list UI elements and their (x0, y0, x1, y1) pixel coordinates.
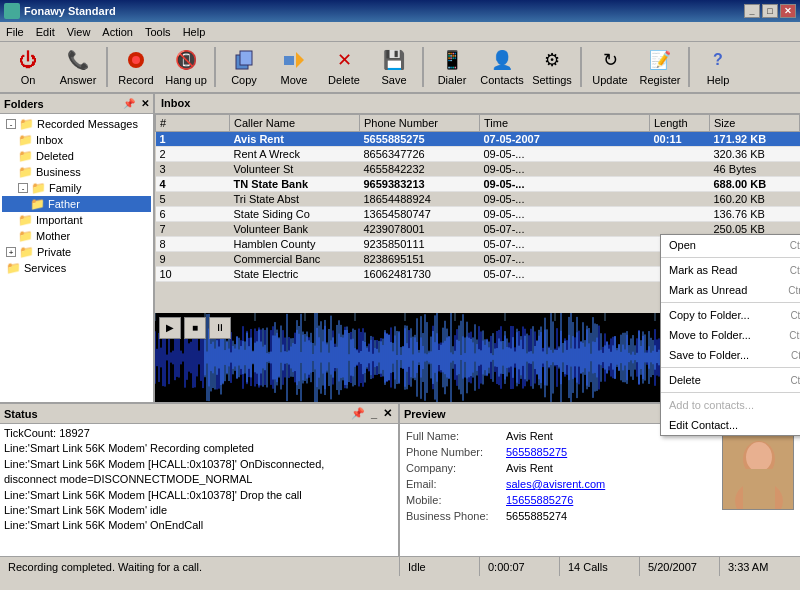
btn-answer-label: Answer (60, 74, 97, 86)
menu-action[interactable]: Action (96, 24, 139, 40)
ctx-edit-contact[interactable]: Edit Contact... (661, 415, 800, 435)
status-log[interactable]: TickCount: 18927Line:'Smart Link 56K Mod… (0, 424, 398, 556)
btn-help[interactable]: ? Help (694, 44, 742, 90)
tree-item-inbox[interactable]: 📁 Inbox (2, 132, 151, 148)
preview-title: Preview (404, 408, 446, 420)
ctx-sep-4 (661, 392, 800, 393)
tree-item-important[interactable]: 📁 Important (2, 212, 151, 228)
menu-edit[interactable]: Edit (30, 24, 61, 40)
ctx-delete[interactable]: Delete Ctrl+D (661, 370, 800, 390)
btn-register-label: Register (640, 74, 681, 86)
toolbar-separator-4 (580, 47, 582, 87)
table-row[interactable]: 1Avis Rent565588527507-05-200700:11171.9… (156, 131, 800, 146)
col-header-name[interactable]: Caller Name (230, 114, 360, 131)
dialer-icon: 📱 (440, 48, 464, 72)
minimize-button[interactable]: _ (744, 4, 760, 18)
preview-field-value[interactable]: sales@avisrent.com (506, 478, 605, 490)
status-minimize-icon[interactable]: _ (369, 407, 379, 420)
btn-answer[interactable]: 📞 Answer (54, 44, 102, 90)
tree-item-mother[interactable]: 📁 Mother (2, 228, 151, 244)
pause-button[interactable]: ⏸ (209, 317, 231, 339)
btn-record-label: Record (118, 74, 153, 86)
menu-view[interactable]: View (61, 24, 97, 40)
window-controls[interactable]: _ □ ✕ (744, 4, 796, 18)
btn-update[interactable]: ↻ Update (586, 44, 634, 90)
btn-dialer[interactable]: 📱 Dialer (428, 44, 476, 90)
preview-field-value[interactable]: 5655885275 (506, 446, 567, 458)
btn-save[interactable]: 💾 Save (370, 44, 418, 90)
table-row[interactable]: 2Rent A Wreck865634772609-05-...320.36 K… (156, 146, 800, 161)
btn-settings[interactable]: ⚙ Settings (528, 44, 576, 90)
status-elapsed: 0:00:07 (480, 557, 560, 576)
expand-icon[interactable]: - (6, 119, 16, 129)
expand-icon[interactable]: - (18, 183, 28, 193)
col-header-time[interactable]: Time (480, 114, 650, 131)
status-panel: Status 📌 _ ✕ TickCount: 18927Line:'Smart… (0, 404, 400, 556)
btn-update-label: Update (592, 74, 627, 86)
log-line: Line:'Smart Link 56K Modem [HCALL:0x1037… (4, 457, 394, 472)
play-button[interactable]: ▶ (159, 317, 181, 339)
folders-header-buttons: 📌 ✕ (119, 98, 149, 109)
pin-icon[interactable]: 📌 (123, 98, 135, 109)
btn-contacts[interactable]: 👤 Contacts (478, 44, 526, 90)
menu-help[interactable]: Help (177, 24, 212, 40)
tree-item-recorded-messages[interactable]: - 📁 Recorded Messages (2, 116, 151, 132)
table-row[interactable]: 4TN State Bank965938321309-05-...688.00 … (156, 176, 800, 191)
maximize-button[interactable]: □ (762, 4, 778, 18)
ctx-open[interactable]: Open Ctrl+O (661, 235, 800, 255)
table-row[interactable]: 3Volunteer St465584223209-05-...46 Bytes (156, 161, 800, 176)
btn-contacts-label: Contacts (480, 74, 523, 86)
ctx-mark-read[interactable]: Mark as Read Ctrl+Q (661, 260, 800, 280)
menu-file[interactable]: File (0, 24, 30, 40)
tree-item-deleted[interactable]: 📁 Deleted (2, 148, 151, 164)
table-row[interactable]: 6State Siding Co1365458074709-05-...136.… (156, 206, 800, 221)
folders-header: Folders 📌 ✕ (0, 94, 153, 114)
col-header-size[interactable]: Size (710, 114, 800, 131)
tree-item-business[interactable]: 📁 Business (2, 164, 151, 180)
ctx-save-folder[interactable]: Save to Folder... Ctrl+S (661, 345, 800, 365)
stop-button[interactable]: ■ (184, 317, 206, 339)
btn-move[interactable]: Move (270, 44, 318, 90)
toolbar-separator-3 (422, 47, 424, 87)
expand-icon[interactable]: + (6, 247, 16, 257)
preview-row: Company:Avis Rent (406, 462, 714, 474)
delete-icon: ✕ (332, 48, 356, 72)
btn-hangup[interactable]: 📵 Hang up (162, 44, 210, 90)
menu-tools[interactable]: Tools (139, 24, 177, 40)
folder-icon: 📁 (30, 197, 45, 211)
tree-item-private[interactable]: + 📁 Private (2, 244, 151, 260)
preview-field-label: Full Name: (406, 430, 506, 442)
tree-item-family[interactable]: - 📁 Family (2, 180, 151, 196)
status-close-icon[interactable]: ✕ (381, 407, 394, 420)
btn-register[interactable]: 📝 Register (636, 44, 684, 90)
col-header-length[interactable]: Length (650, 114, 710, 131)
status-header-buttons: 📌 _ ✕ (349, 407, 394, 420)
table-row[interactable]: 5Tri State Abst1865448892409-05-...160.2… (156, 191, 800, 206)
col-header-phone[interactable]: Phone Number (360, 114, 480, 131)
status-calls: 14 Calls (560, 557, 640, 576)
svg-point-1 (132, 56, 140, 64)
log-line: Line:'Smart Link 56K Modem' Recording co… (4, 441, 394, 456)
status-header: Status 📌 _ ✕ (0, 404, 398, 424)
status-date: 5/20/2007 (640, 557, 720, 576)
folder-icon: 📁 (18, 229, 33, 243)
btn-copy[interactable]: Copy (220, 44, 268, 90)
btn-record[interactable]: Record (112, 44, 160, 90)
close-button[interactable]: ✕ (780, 4, 796, 18)
col-header-num[interactable]: # (156, 114, 230, 131)
folders-close-icon[interactable]: ✕ (141, 98, 149, 109)
help-icon: ? (706, 48, 730, 72)
tree-item-father[interactable]: 📁 Father (2, 196, 151, 212)
tree-item-services[interactable]: 📁 Services (2, 260, 151, 276)
preview-fields: Full Name:Avis RentPhone Number:56558852… (406, 430, 714, 550)
status-pin-icon[interactable]: 📌 (349, 407, 367, 420)
ctx-mark-unread[interactable]: Mark as Unread Ctrl+W (661, 280, 800, 300)
log-line: Line:'Smart Link 56K Modem' OnEndCall (4, 518, 394, 533)
btn-delete[interactable]: ✕ Delete (320, 44, 368, 90)
btn-on[interactable]: ⏻ On (4, 44, 52, 90)
ctx-copy-folder[interactable]: Copy to Folder... Ctrl+C (661, 305, 800, 325)
svg-rect-4 (284, 56, 294, 65)
ctx-move-folder[interactable]: Move to Folder... Ctrl+M (661, 325, 800, 345)
preview-field-value[interactable]: 15655885276 (506, 494, 573, 506)
answer-icon: 📞 (66, 48, 90, 72)
